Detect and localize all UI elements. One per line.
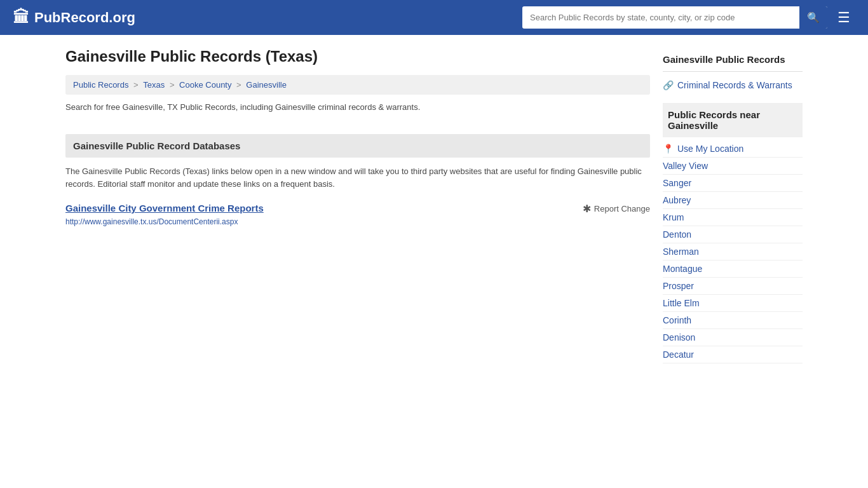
nearby-city-item: Denison <box>663 329 803 346</box>
nearby-city-item: Sanger <box>663 175 803 192</box>
page-title: Gainesville Public Records (Texas) <box>65 48 650 65</box>
breadcrumb-sep-2: > <box>170 80 177 90</box>
use-my-location[interactable]: 📍 Use My Location <box>663 140 803 158</box>
use-my-location-label: Use My Location <box>677 144 743 154</box>
site-logo[interactable]: 🏛 PubRecord.org <box>13 8 135 27</box>
criminal-records-link[interactable]: 🔗 Criminal Records & Warrants <box>663 77 803 93</box>
breadcrumb-sep-1: > <box>133 80 140 90</box>
breadcrumb: Public Records > Texas > Cooke County > … <box>65 75 650 95</box>
record-entry: Gainesville City Government Crime Report… <box>65 203 650 226</box>
nearby-city-item: Decatur <box>663 346 803 363</box>
nearby-city-link[interactable]: Krum <box>663 212 684 222</box>
nearby-city-link[interactable]: Denison <box>663 332 695 342</box>
nearby-city-item: Krum <box>663 209 803 226</box>
site-header: 🏛 PubRecord.org 🔍 ☰ <box>0 0 868 35</box>
record-entry-header: Gainesville City Government Crime Report… <box>65 203 650 215</box>
record-title-link[interactable]: Gainesville City Government Crime Report… <box>65 203 264 214</box>
page-description: Search for free Gainesville, TX Public R… <box>65 102 650 121</box>
record-url[interactable]: http://www.gainesville.tx.us/DocumentCen… <box>65 217 650 226</box>
nearby-city-link[interactable]: Sanger <box>663 178 691 188</box>
search-button[interactable]: 🔍 <box>799 6 827 29</box>
section-description: The Gainesville Public Records (Texas) l… <box>65 165 650 190</box>
nearby-city-link[interactable]: Valley View <box>663 161 708 171</box>
logo-icon: 🏛 <box>13 8 29 27</box>
location-pin-icon: 📍 <box>663 144 674 154</box>
report-change-label: Report Change <box>594 204 650 214</box>
sidebar-section-title: Gainesville Public Records <box>663 48 803 72</box>
nearby-city-item: Prosper <box>663 278 803 295</box>
report-change-icon: ✱ <box>583 203 591 215</box>
nearby-city-link[interactable]: Montague <box>663 264 702 274</box>
main-content: Gainesville Public Records (Texas) Publi… <box>65 48 650 363</box>
nearby-city-item: Little Elm <box>663 295 803 312</box>
header-right: 🔍 ☰ <box>522 6 855 29</box>
report-change-button[interactable]: ✱ Report Change <box>583 203 650 215</box>
nearby-city-link[interactable]: Prosper <box>663 281 694 291</box>
breadcrumb-link-cooke-county[interactable]: Cooke County <box>179 80 231 90</box>
nearby-city-link[interactable]: Denton <box>663 229 691 240</box>
nearby-city-link[interactable]: Corinth <box>663 315 691 325</box>
breadcrumb-link-texas[interactable]: Texas <box>143 80 165 90</box>
nearby-city-link[interactable]: Little Elm <box>663 298 700 308</box>
breadcrumb-link-public-records[interactable]: Public Records <box>73 80 128 90</box>
nearby-section-title: Public Records near Gainesville <box>663 103 803 137</box>
main-container: Gainesville Public Records (Texas) Publi… <box>53 35 815 376</box>
nearby-city-item: Denton <box>663 226 803 243</box>
nearby-city-item: Sherman <box>663 243 803 261</box>
nearby-city-item: Corinth <box>663 312 803 329</box>
nearby-city-link[interactable]: Sherman <box>663 247 699 257</box>
link-icon: 🔗 <box>663 80 674 90</box>
search-bar: 🔍 <box>522 6 827 29</box>
nearby-city-link[interactable]: Aubrey <box>663 195 691 205</box>
search-input[interactable] <box>522 8 799 27</box>
criminal-records-label: Criminal Records & Warrants <box>677 80 792 90</box>
nearby-city-item: Valley View <box>663 158 803 175</box>
sidebar: Gainesville Public Records 🔗 Criminal Re… <box>663 48 803 363</box>
nearby-city-link[interactable]: Decatur <box>663 349 694 360</box>
logo-text: PubRecord.org <box>34 10 135 26</box>
breadcrumb-link-gainesville[interactable]: Gainesville <box>246 80 287 90</box>
section-header: Gainesville Public Record Databases <box>65 134 650 158</box>
nearby-cities-list: Valley ViewSangerAubreyKrumDentonSherman… <box>663 158 803 363</box>
nearby-city-item: Aubrey <box>663 192 803 209</box>
nearby-city-item: Montague <box>663 261 803 278</box>
breadcrumb-sep-3: > <box>236 80 243 90</box>
menu-button[interactable]: ☰ <box>832 7 855 29</box>
